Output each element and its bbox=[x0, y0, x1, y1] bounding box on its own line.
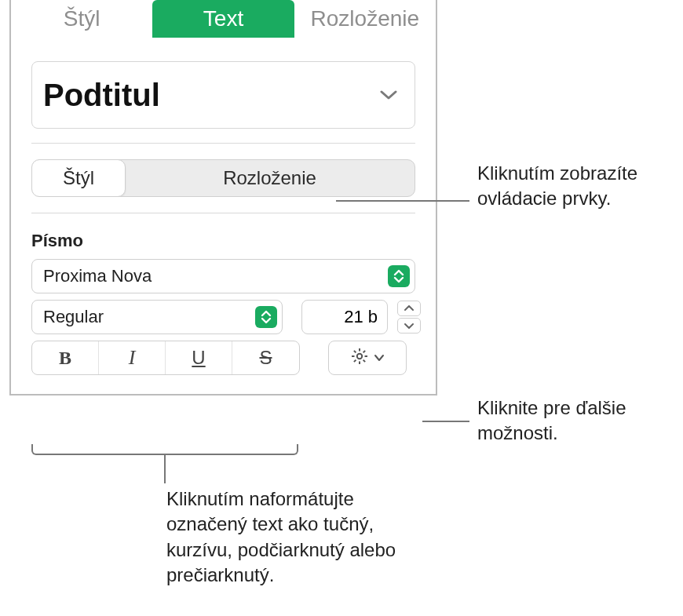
sub-segmented-control: Štýl Rozloženie bbox=[31, 159, 415, 197]
italic-button[interactable]: I bbox=[99, 341, 166, 374]
callout-line bbox=[336, 200, 469, 202]
font-section-label: Písmo bbox=[31, 231, 415, 251]
callout-line bbox=[164, 455, 166, 483]
bold-button[interactable]: B bbox=[32, 341, 99, 374]
callout-line bbox=[422, 421, 469, 422]
sub-tab-style[interactable]: Štýl bbox=[31, 159, 126, 197]
callout-more-options: Kliknite pre ďalšie možnosti. bbox=[477, 395, 674, 447]
font-size-stepper bbox=[397, 300, 421, 334]
top-tabs: Štýl Text Rozloženie bbox=[11, 0, 436, 38]
stepper-up-button[interactable] bbox=[397, 301, 421, 316]
font-family-select[interactable]: Proxima Nova bbox=[31, 259, 415, 293]
stepper-down-button[interactable] bbox=[397, 318, 421, 334]
dropdown-icon bbox=[255, 306, 277, 328]
tab-style[interactable]: Štýl bbox=[11, 0, 152, 38]
underline-button[interactable]: U bbox=[166, 341, 232, 374]
font-size-field[interactable]: 21 b bbox=[301, 300, 388, 334]
font-weight-value: Regular bbox=[43, 307, 104, 327]
text-format-group: B I U S bbox=[31, 341, 300, 375]
svg-point-0 bbox=[357, 354, 362, 359]
svg-line-6 bbox=[363, 360, 366, 363]
tab-layout[interactable]: Rozloženie bbox=[294, 0, 436, 38]
callout-format-text: Kliknutím naformátujte označený text ako… bbox=[166, 487, 426, 589]
dropdown-icon bbox=[388, 265, 410, 287]
callout-layout-controls: Kliknutím zobrazíte ovládacie prvky. bbox=[477, 161, 674, 212]
paragraph-style-dropdown[interactable]: Podtitul bbox=[31, 61, 415, 129]
svg-line-7 bbox=[363, 351, 366, 353]
sub-tab-layout[interactable]: Rozloženie bbox=[125, 160, 415, 196]
divider bbox=[31, 213, 415, 213]
font-size-value: 21 b bbox=[344, 307, 378, 327]
callout-bracket bbox=[31, 444, 298, 455]
inspector-panel: Štýl Text Rozloženie Podtitul Štýl Rozlo… bbox=[9, 0, 437, 395]
paragraph-style-label: Podtitul bbox=[43, 78, 160, 113]
tab-text[interactable]: Text bbox=[152, 0, 294, 38]
strikethrough-button[interactable]: S bbox=[232, 341, 299, 374]
svg-line-5 bbox=[354, 351, 356, 353]
gear-icon bbox=[350, 347, 369, 369]
chevron-down-icon bbox=[380, 89, 397, 100]
divider bbox=[31, 143, 415, 144]
chevron-down-icon bbox=[374, 351, 385, 365]
font-family-value: Proxima Nova bbox=[43, 266, 152, 286]
svg-line-8 bbox=[354, 360, 356, 363]
advanced-options-button[interactable] bbox=[328, 341, 407, 375]
font-weight-select[interactable]: Regular bbox=[31, 300, 283, 334]
